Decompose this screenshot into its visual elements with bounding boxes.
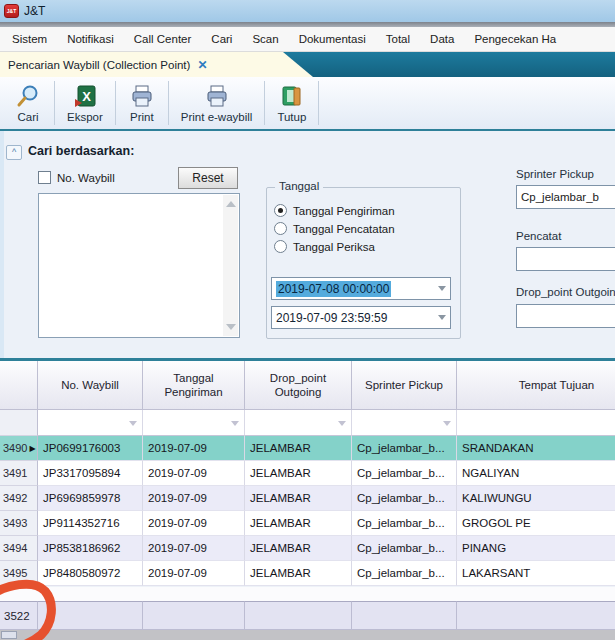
filter-cell-waybill[interactable] xyxy=(38,410,143,436)
menu-dokumentasi[interactable]: Dokumentasi xyxy=(289,29,376,49)
table-row[interactable]: 3494 JP8538186962 2019-07-09 JELAMBAR Cp… xyxy=(0,536,615,561)
print-ewaybill-button[interactable]: Print e-waybill xyxy=(171,77,263,129)
cell-drop[interactable]: JELAMBAR xyxy=(245,511,352,536)
filter-cell-tempat[interactable] xyxy=(457,410,615,436)
chevron-down-icon[interactable] xyxy=(231,421,239,426)
drop-point-input[interactable] xyxy=(516,304,615,328)
radio-button-icon[interactable] xyxy=(274,240,287,253)
menu-total[interactable]: Total xyxy=(376,29,420,49)
scroll-down-icon[interactable] xyxy=(226,324,236,330)
menu-notifikasi[interactable]: Notifikasi xyxy=(57,29,124,49)
cell-tempat[interactable]: NGALIYAN xyxy=(457,461,615,486)
menu-scan[interactable]: Scan xyxy=(242,29,288,49)
cell-tanggal[interactable]: 2019-07-09 xyxy=(143,461,245,486)
header-tanggal-pengiriman[interactable]: Tanggal Pengiriman xyxy=(143,361,245,410)
table-row[interactable]: 3491 JP3317095894 2019-07-09 JELAMBAR Cp… xyxy=(0,461,615,486)
cell-waybill[interactable]: JP6969859978 xyxy=(38,486,143,511)
textarea-scrollbar[interactable] xyxy=(223,195,238,336)
toolbar-separator xyxy=(264,81,265,125)
cell-drop[interactable]: JELAMBAR xyxy=(245,536,352,561)
radio-button-icon[interactable] xyxy=(274,204,287,217)
table-row[interactable]: 3493 JP9114352716 2019-07-09 JELAMBAR Cp… xyxy=(0,511,615,536)
cell-drop[interactable]: JELAMBAR xyxy=(245,561,352,586)
cell-sprinter[interactable]: Cp_jelambar_b... xyxy=(352,511,457,536)
chevron-down-icon[interactable] xyxy=(438,286,446,291)
app-logo-icon: J&T xyxy=(4,4,19,18)
pencatat-input[interactable] xyxy=(516,247,615,271)
row-number-cell: 3491 xyxy=(0,461,38,486)
tutup-button[interactable]: Tutup xyxy=(267,77,316,129)
cell-tempat[interactable]: GROGOL PE xyxy=(457,511,615,536)
menu-call-center[interactable]: Call Center xyxy=(124,29,202,49)
cell-sprinter[interactable]: Cp_jelambar_b... xyxy=(352,561,457,586)
cell-tanggal[interactable]: 2019-07-09 xyxy=(143,486,245,511)
header-tempat-tujuan[interactable]: Tempat Tujuan xyxy=(457,361,615,410)
scroll-up-icon[interactable] xyxy=(226,201,236,207)
radio-tanggal-pengiriman[interactable]: Tanggal Pengiriman xyxy=(274,204,395,217)
chevron-down-icon[interactable] xyxy=(443,421,451,426)
cell-drop[interactable]: JELAMBAR xyxy=(245,436,352,461)
header-row-number xyxy=(0,361,38,410)
table-row[interactable]: 3495 JP8480580972 2019-07-09 JELAMBAR Cp… xyxy=(0,561,615,586)
cell-waybill[interactable]: JP3317095894 xyxy=(38,461,143,486)
radio-button-icon[interactable] xyxy=(274,222,287,235)
chevron-down-icon[interactable] xyxy=(129,421,137,426)
cell-drop[interactable]: JELAMBAR xyxy=(245,461,352,486)
cell-waybill[interactable]: JP8480580972 xyxy=(38,561,143,586)
pencatat-label: Pencatat xyxy=(516,230,561,242)
filter-cell-sprinter[interactable] xyxy=(352,410,457,436)
cell-sprinter[interactable]: Cp_jelambar_b... xyxy=(352,536,457,561)
tab-close-icon[interactable]: ✕ xyxy=(197,58,207,72)
cell-tempat[interactable]: LAKARSANT xyxy=(457,561,615,586)
radio-label: Tanggal Pencatatan xyxy=(293,223,395,235)
cell-sprinter[interactable]: Cp_jelambar_b... xyxy=(352,436,457,461)
horizontal-scrollbar[interactable] xyxy=(0,630,615,640)
collapse-panel-button[interactable]: ^ xyxy=(6,145,22,160)
table-row[interactable]: 3492 JP6969859978 2019-07-09 JELAMBAR Cp… xyxy=(0,486,615,511)
cell-sprinter[interactable]: Cp_jelambar_b... xyxy=(352,486,457,511)
table-row[interactable]: 3490▶ JP0699176003 2019-07-09 JELAMBAR C… xyxy=(0,436,615,461)
menu-sistem[interactable]: Sistem xyxy=(2,29,57,49)
sprinter-pickup-combo[interactable]: Cp_jelambar_b xyxy=(516,185,615,209)
header-sprinter-pickup[interactable]: Sprinter Pickup xyxy=(352,361,457,410)
menu-pengecekan[interactable]: Pengecekan Ha xyxy=(464,29,566,49)
ekspor-button[interactable]: X Ekspor xyxy=(57,77,113,129)
cell-tanggal[interactable]: 2019-07-09 xyxy=(143,536,245,561)
print-button[interactable]: Print xyxy=(118,77,166,129)
cell-tanggal[interactable]: 2019-07-09 xyxy=(143,436,245,461)
toolbar-separator xyxy=(115,81,116,125)
cell-waybill[interactable]: JP0699176003 xyxy=(38,436,143,461)
tab-pencarian-waybill[interactable]: Pencarian Waybill (Collection Point) ✕ xyxy=(0,52,217,77)
cell-tanggal[interactable]: 2019-07-09 xyxy=(143,511,245,536)
menu-bar: Sistem Notifikasi Call Center Cari Scan … xyxy=(0,27,615,52)
printer-icon xyxy=(205,84,229,108)
date-from-combo[interactable]: 2019-07-08 00:00:00 xyxy=(271,277,451,300)
cell-waybill[interactable]: JP8538186962 xyxy=(38,536,143,561)
reset-button[interactable]: Reset xyxy=(178,167,238,189)
header-no-waybill[interactable]: No. Waybill xyxy=(38,361,143,410)
chevron-up-icon: ^ xyxy=(12,147,16,157)
scroll-left-button[interactable] xyxy=(1,631,17,639)
table-footer-row: 3522 xyxy=(0,601,615,630)
radio-tanggal-periksa[interactable]: Tanggal Periksa xyxy=(274,240,375,253)
cell-drop[interactable]: JELAMBAR xyxy=(245,486,352,511)
waybill-textarea[interactable] xyxy=(38,193,240,338)
footer-cell xyxy=(38,601,143,630)
chevron-down-icon[interactable] xyxy=(338,421,346,426)
menu-cari[interactable]: Cari xyxy=(201,29,242,49)
cell-waybill[interactable]: JP9114352716 xyxy=(38,511,143,536)
filter-cell-drop[interactable] xyxy=(245,410,352,436)
menu-data[interactable]: Data xyxy=(420,29,464,49)
cell-tempat[interactable]: SRANDAKAN xyxy=(457,436,615,461)
cell-tempat[interactable]: PINANG xyxy=(457,536,615,561)
radio-tanggal-pencatatan[interactable]: Tanggal Pencatatan xyxy=(274,222,395,235)
cari-button[interactable]: Cari xyxy=(4,77,52,129)
waybill-checkbox[interactable] xyxy=(38,171,51,184)
cell-tempat[interactable]: KALIWUNGU xyxy=(457,486,615,511)
cell-tanggal[interactable]: 2019-07-09 xyxy=(143,561,245,586)
chevron-down-icon[interactable] xyxy=(438,315,446,320)
date-to-combo[interactable]: 2019-07-09 23:59:59 xyxy=(271,306,451,329)
header-drop-point-outgoing[interactable]: Drop_point Outgoing xyxy=(245,361,352,410)
filter-cell-tanggal[interactable] xyxy=(143,410,245,436)
cell-sprinter[interactable]: Cp_jelambar_b... xyxy=(352,461,457,486)
